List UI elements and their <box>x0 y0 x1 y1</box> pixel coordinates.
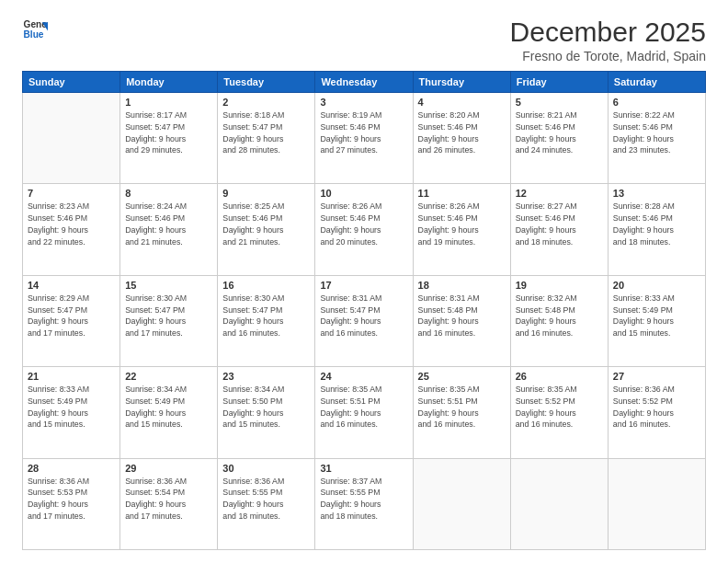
calendar-cell: 22Sunrise: 8:34 AM Sunset: 5:49 PM Dayli… <box>120 367 218 458</box>
weekday-header-thursday: Thursday <box>413 72 510 93</box>
page: General Blue December 2025 Fresno de Tor… <box>0 0 728 563</box>
day-info: Sunrise: 8:18 AM Sunset: 5:47 PM Dayligh… <box>222 109 310 156</box>
calendar-cell: 14Sunrise: 8:29 AM Sunset: 5:47 PM Dayli… <box>23 275 120 366</box>
day-number: 31 <box>320 463 407 474</box>
day-info: Sunrise: 8:30 AM Sunset: 5:47 PM Dayligh… <box>125 293 212 339</box>
day-number: 3 <box>320 97 407 108</box>
day-number: 2 <box>222 97 310 108</box>
calendar-cell: 18Sunrise: 8:31 AM Sunset: 5:48 PM Dayli… <box>413 275 510 366</box>
day-number: 18 <box>418 280 506 291</box>
calendar-cell: 2Sunrise: 8:18 AM Sunset: 5:47 PM Daylig… <box>218 93 315 184</box>
day-number: 6 <box>613 97 700 108</box>
day-info: Sunrise: 8:34 AM Sunset: 5:50 PM Dayligh… <box>222 384 310 431</box>
logo: General Blue <box>22 17 48 42</box>
calendar-cell: 28Sunrise: 8:36 AM Sunset: 5:53 PM Dayli… <box>23 458 120 549</box>
calendar-cell <box>510 458 608 549</box>
calendar-cell: 9Sunrise: 8:25 AM Sunset: 5:46 PM Daylig… <box>218 184 315 275</box>
calendar-cell: 24Sunrise: 8:35 AM Sunset: 5:51 PM Dayli… <box>315 367 413 458</box>
day-info: Sunrise: 8:19 AM Sunset: 5:46 PM Dayligh… <box>320 109 407 156</box>
day-info: Sunrise: 8:33 AM Sunset: 5:49 PM Dayligh… <box>613 293 700 339</box>
day-info: Sunrise: 8:31 AM Sunset: 5:47 PM Dayligh… <box>320 293 407 339</box>
weekday-header-tuesday: Tuesday <box>218 72 315 93</box>
day-number: 24 <box>320 371 407 382</box>
calendar-cell <box>413 458 510 549</box>
day-number: 26 <box>516 371 603 382</box>
day-info: Sunrise: 8:27 AM Sunset: 5:46 PM Dayligh… <box>516 201 603 247</box>
calendar-cell: 8Sunrise: 8:24 AM Sunset: 5:46 PM Daylig… <box>120 184 218 275</box>
calendar-cell: 12Sunrise: 8:27 AM Sunset: 5:46 PM Dayli… <box>510 184 608 275</box>
calendar-cell: 3Sunrise: 8:19 AM Sunset: 5:46 PM Daylig… <box>315 93 413 184</box>
day-number: 27 <box>613 371 700 382</box>
header: General Blue December 2025 Fresno de Tor… <box>22 17 706 63</box>
day-number: 29 <box>125 463 212 474</box>
day-number: 20 <box>613 280 700 291</box>
calendar-cell: 15Sunrise: 8:30 AM Sunset: 5:47 PM Dayli… <box>120 275 218 366</box>
day-info: Sunrise: 8:35 AM Sunset: 5:51 PM Dayligh… <box>320 384 407 431</box>
subtitle: Fresno de Torote, Madrid, Spain <box>510 49 706 63</box>
calendar-cell: 16Sunrise: 8:30 AM Sunset: 5:47 PM Dayli… <box>218 275 315 366</box>
day-info: Sunrise: 8:25 AM Sunset: 5:46 PM Dayligh… <box>222 201 310 247</box>
day-info: Sunrise: 8:34 AM Sunset: 5:49 PM Dayligh… <box>125 384 212 431</box>
calendar-cell: 25Sunrise: 8:35 AM Sunset: 5:51 PM Dayli… <box>413 367 510 458</box>
day-number: 15 <box>125 280 212 291</box>
calendar-cell: 30Sunrise: 8:36 AM Sunset: 5:55 PM Dayli… <box>218 458 315 549</box>
day-number: 8 <box>125 188 212 199</box>
logo-icon: General Blue <box>22 17 48 42</box>
day-info: Sunrise: 8:29 AM Sunset: 5:47 PM Dayligh… <box>28 293 115 339</box>
day-info: Sunrise: 8:23 AM Sunset: 5:46 PM Dayligh… <box>28 201 115 247</box>
main-title: December 2025 <box>510 17 706 47</box>
day-info: Sunrise: 8:17 AM Sunset: 5:47 PM Dayligh… <box>125 109 212 156</box>
calendar-cell: 6Sunrise: 8:22 AM Sunset: 5:46 PM Daylig… <box>608 93 705 184</box>
day-number: 16 <box>222 280 310 291</box>
day-info: Sunrise: 8:28 AM Sunset: 5:46 PM Dayligh… <box>613 201 700 247</box>
day-info: Sunrise: 8:32 AM Sunset: 5:48 PM Dayligh… <box>516 293 603 339</box>
calendar-cell: 23Sunrise: 8:34 AM Sunset: 5:50 PM Dayli… <box>218 367 315 458</box>
weekday-header-saturday: Saturday <box>608 72 705 93</box>
day-info: Sunrise: 8:20 AM Sunset: 5:46 PM Dayligh… <box>418 109 506 156</box>
day-info: Sunrise: 8:35 AM Sunset: 5:51 PM Dayligh… <box>418 384 506 431</box>
day-number: 12 <box>516 188 603 199</box>
calendar-cell <box>23 93 120 184</box>
day-number: 23 <box>222 371 310 382</box>
day-number: 7 <box>28 188 115 199</box>
calendar-cell: 10Sunrise: 8:26 AM Sunset: 5:46 PM Dayli… <box>315 184 413 275</box>
calendar-cell: 31Sunrise: 8:37 AM Sunset: 5:55 PM Dayli… <box>315 458 413 549</box>
day-number: 17 <box>320 280 407 291</box>
weekday-header-sunday: Sunday <box>23 72 120 93</box>
day-info: Sunrise: 8:24 AM Sunset: 5:46 PM Dayligh… <box>125 201 212 247</box>
calendar-cell: 19Sunrise: 8:32 AM Sunset: 5:48 PM Dayli… <box>510 275 608 366</box>
day-info: Sunrise: 8:36 AM Sunset: 5:54 PM Dayligh… <box>125 476 212 523</box>
day-number: 5 <box>516 97 603 108</box>
day-number: 21 <box>28 371 115 382</box>
day-number: 10 <box>320 188 407 199</box>
day-number: 19 <box>516 280 603 291</box>
day-number: 28 <box>28 463 115 474</box>
svg-text:Blue: Blue <box>24 29 44 40</box>
day-info: Sunrise: 8:31 AM Sunset: 5:48 PM Dayligh… <box>418 293 506 339</box>
calendar-cell: 1Sunrise: 8:17 AM Sunset: 5:47 PM Daylig… <box>120 93 218 184</box>
day-number: 4 <box>418 97 506 108</box>
weekday-header-monday: Monday <box>120 72 218 93</box>
day-info: Sunrise: 8:37 AM Sunset: 5:55 PM Dayligh… <box>320 476 407 523</box>
title-block: December 2025 Fresno de Torote, Madrid, … <box>510 17 706 63</box>
day-number: 1 <box>125 97 212 108</box>
calendar-cell: 29Sunrise: 8:36 AM Sunset: 5:54 PM Dayli… <box>120 458 218 549</box>
calendar-cell: 27Sunrise: 8:36 AM Sunset: 5:52 PM Dayli… <box>608 367 705 458</box>
calendar-table: SundayMondayTuesdayWednesdayThursdayFrid… <box>22 71 706 550</box>
calendar-cell: 4Sunrise: 8:20 AM Sunset: 5:46 PM Daylig… <box>413 93 510 184</box>
day-info: Sunrise: 8:26 AM Sunset: 5:46 PM Dayligh… <box>418 201 506 247</box>
day-number: 30 <box>222 463 310 474</box>
day-info: Sunrise: 8:33 AM Sunset: 5:49 PM Dayligh… <box>28 384 115 431</box>
day-info: Sunrise: 8:21 AM Sunset: 5:46 PM Dayligh… <box>516 109 603 156</box>
calendar-cell: 26Sunrise: 8:35 AM Sunset: 5:52 PM Dayli… <box>510 367 608 458</box>
day-number: 13 <box>613 188 700 199</box>
calendar-cell: 17Sunrise: 8:31 AM Sunset: 5:47 PM Dayli… <box>315 275 413 366</box>
calendar-cell: 5Sunrise: 8:21 AM Sunset: 5:46 PM Daylig… <box>510 93 608 184</box>
day-number: 25 <box>418 371 506 382</box>
calendar-cell: 21Sunrise: 8:33 AM Sunset: 5:49 PM Dayli… <box>23 367 120 458</box>
calendar-cell: 7Sunrise: 8:23 AM Sunset: 5:46 PM Daylig… <box>23 184 120 275</box>
day-info: Sunrise: 8:30 AM Sunset: 5:47 PM Dayligh… <box>222 293 310 339</box>
calendar-cell: 20Sunrise: 8:33 AM Sunset: 5:49 PM Dayli… <box>608 275 705 366</box>
calendar-cell: 13Sunrise: 8:28 AM Sunset: 5:46 PM Dayli… <box>608 184 705 275</box>
weekday-header-friday: Friday <box>510 72 608 93</box>
